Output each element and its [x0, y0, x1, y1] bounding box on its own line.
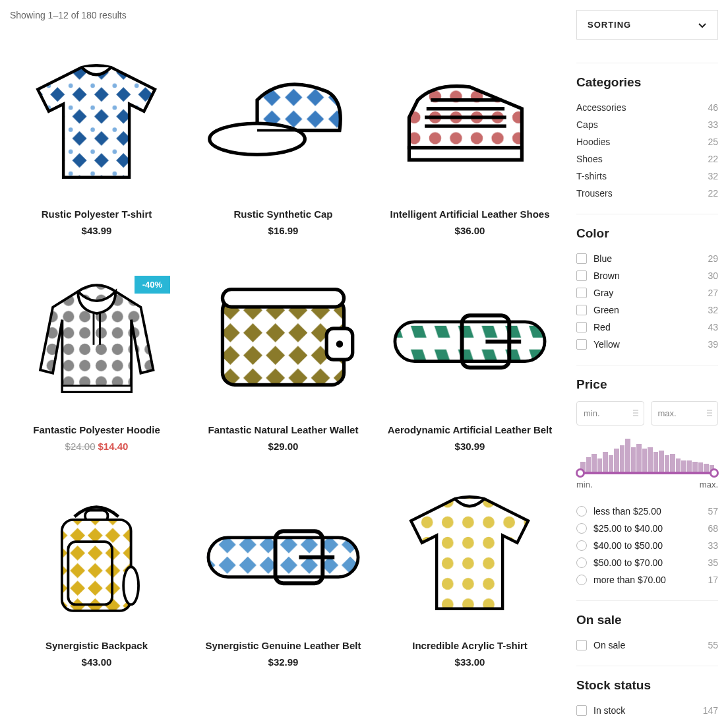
svg-point-19 — [336, 341, 344, 348]
product-image — [383, 276, 557, 408]
product-card[interactable]: Synergistic Backpack $43.00 — [10, 491, 183, 668]
checkbox-icon — [576, 640, 587, 650]
radio-icon — [576, 506, 587, 517]
histogram-bar — [642, 449, 648, 472]
histogram-bar — [687, 460, 692, 472]
slider-handle-max[interactable] — [710, 468, 719, 478]
product-price: $36.00 — [383, 225, 557, 236]
product-card[interactable]: Rustic Polyester T-shirt $43.99 — [10, 60, 183, 236]
product-price: $16.99 — [197, 225, 370, 236]
tshirt-icon — [396, 491, 543, 623]
histogram-bar — [659, 451, 664, 472]
histogram-bar — [603, 452, 608, 472]
price-max-input[interactable]: max. — [651, 401, 719, 426]
histogram-bar — [636, 444, 642, 472]
product-title: Synergistic Genuine Leather Belt — [197, 640, 370, 651]
hoodie-icon — [28, 276, 166, 408]
category-item[interactable]: Hoodies25 — [576, 133, 718, 150]
histogram-bar — [698, 462, 704, 472]
product-card[interactable]: Aerodynamic Artificial Leather Belt $30.… — [383, 276, 557, 452]
svg-rect-33 — [208, 538, 358, 577]
product-title: Rustic Polyester T-shirt — [10, 208, 183, 220]
shoes-icon — [383, 65, 557, 187]
histogram-bar — [592, 454, 597, 472]
radio-icon — [576, 575, 587, 585]
product-image — [10, 276, 183, 408]
filter-title: Categories — [576, 75, 718, 90]
instock-checkbox-item[interactable]: In stock 147 — [576, 702, 718, 719]
histogram-bar — [676, 458, 681, 472]
sorting-dropdown[interactable]: SORTING — [576, 10, 718, 40]
color-checkbox-item[interactable]: Green32 — [576, 301, 718, 319]
histogram-bar — [625, 439, 630, 472]
product-price: $33.00 — [383, 656, 557, 668]
results-count: Showing 1–12 of 180 results — [10, 10, 557, 20]
category-item[interactable]: T-shirts32 — [576, 168, 718, 185]
checkbox-icon — [576, 288, 587, 298]
svg-rect-29 — [69, 542, 113, 604]
svg-rect-13 — [62, 386, 131, 393]
product-title: Aerodynamic Artificial Leather Belt — [383, 424, 557, 435]
onsale-checkbox-item[interactable]: On sale 55 — [576, 637, 718, 654]
product-image — [10, 491, 183, 623]
product-title: Rustic Synthetic Cap — [197, 208, 370, 220]
price-filter: Price min. max. min. max. less than $25.… — [576, 365, 718, 588]
price-range-radio-item[interactable]: $40.00 to $50.0033 — [576, 537, 718, 554]
product-card[interactable]: Fantastic Natural Leather Wallet $29.00 — [197, 276, 370, 452]
price-range-radio-item[interactable]: $50.00 to $70.0035 — [576, 554, 718, 571]
histogram-bar — [648, 447, 653, 472]
category-item[interactable]: Trousers22 — [576, 185, 718, 202]
price-range-radio-item[interactable]: less than $25.0057 — [576, 503, 718, 520]
product-title: Synergistic Backpack — [10, 640, 183, 651]
histogram-bar — [692, 462, 698, 472]
color-checkbox-item[interactable]: Red43 — [576, 319, 718, 336]
histogram-bar — [665, 455, 670, 472]
svg-point-30 — [123, 567, 138, 604]
svg-rect-8 — [409, 148, 522, 160]
color-checkbox-item[interactable]: Gray27 — [576, 284, 718, 301]
histogram-bar — [586, 457, 592, 472]
category-item[interactable]: Shoes22 — [576, 150, 718, 168]
product-price: $32.99 — [197, 656, 370, 668]
checkbox-icon — [576, 339, 587, 350]
price-range-radio-item[interactable]: more than $70.0017 — [576, 571, 718, 588]
slider-min-label: min. — [576, 480, 593, 489]
histogram-bar — [620, 445, 625, 472]
histogram-bar — [614, 449, 619, 472]
svg-rect-17 — [222, 290, 344, 307]
category-item[interactable]: Caps33 — [576, 116, 718, 133]
radio-icon — [576, 557, 587, 568]
color-checkbox-item[interactable]: Blue29 — [576, 250, 718, 267]
slider-max-label: max. — [700, 480, 718, 489]
price-min-input[interactable]: min. — [576, 401, 644, 426]
product-title: Fantastic Polyester Hoodie — [10, 424, 183, 435]
histogram-bar — [704, 464, 709, 472]
svg-rect-22 — [395, 322, 545, 362]
price-histogram — [576, 439, 718, 472]
product-card[interactable]: -40% Fantastic Polyester Hoodie $24.00$1… — [10, 276, 183, 452]
backpack-icon — [34, 491, 159, 623]
category-item[interactable]: Accessories46 — [576, 99, 718, 116]
product-card[interactable]: Intelligent Artificial Leather Shoes $36… — [383, 60, 557, 236]
belt-icon — [197, 514, 370, 601]
product-card[interactable]: Synergistic Genuine Leather Belt $32.99 — [197, 491, 370, 668]
filter-title: Price — [576, 377, 718, 392]
price-range-radio-item[interactable]: $25.00 to $40.0068 — [576, 520, 718, 537]
onsale-filter: On sale On sale 55 — [576, 600, 718, 654]
tshirt-icon — [23, 60, 169, 192]
product-title: Fantastic Natural Leather Wallet — [197, 424, 370, 435]
checkbox-icon — [576, 305, 587, 315]
product-image — [197, 276, 370, 408]
product-card[interactable]: Rustic Synthetic Cap $16.99 — [197, 60, 370, 236]
product-image — [383, 491, 557, 623]
chevron-down-icon — [698, 20, 707, 30]
slider-handle-min[interactable] — [576, 468, 585, 478]
product-card[interactable]: Incredible Acrylic T-shirt $33.00 — [383, 491, 557, 668]
color-checkbox-item[interactable]: Yellow39 — [576, 336, 718, 353]
price-slider[interactable] — [576, 472, 718, 474]
histogram-bar — [681, 460, 686, 472]
filter-title: On sale — [576, 613, 718, 627]
color-checkbox-item[interactable]: Brown30 — [576, 267, 718, 284]
histogram-bar — [653, 452, 659, 472]
sorting-label: SORTING — [588, 20, 631, 30]
